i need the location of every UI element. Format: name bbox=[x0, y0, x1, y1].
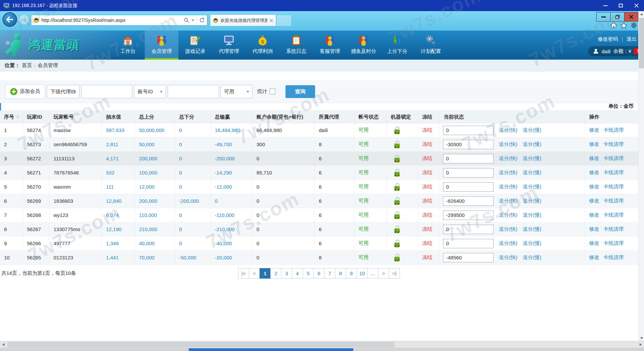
add-member-button[interactable]: 添加会员 bbox=[5, 84, 45, 99]
edit-link[interactable]: 修改 bbox=[589, 127, 599, 133]
freeze-link[interactable]: 冻结 bbox=[418, 222, 440, 236]
new-tab-stub[interactable] bbox=[277, 15, 291, 26]
search-button[interactable]: 查询 bbox=[285, 85, 315, 98]
clear-line-link[interactable]: 卡线清理 bbox=[603, 240, 623, 247]
page-button[interactable]: >| bbox=[389, 268, 400, 279]
machine-lock-icon[interactable] bbox=[387, 180, 418, 194]
page-button[interactable]: > bbox=[378, 268, 389, 279]
horizontal-scroll-thumb[interactable] bbox=[7, 342, 395, 347]
logout-link[interactable]: 退出 bbox=[626, 36, 637, 42]
nav-item-moneybag[interactable]: $代理利润 bbox=[246, 31, 279, 60]
freeze-link[interactable]: 冻结 bbox=[418, 194, 440, 208]
machine-lock-icon[interactable] bbox=[387, 152, 418, 165]
current-state-input[interactable] bbox=[443, 225, 494, 234]
clear-line-link[interactable]: 卡线清理 bbox=[603, 212, 623, 218]
column-header[interactable]: 抽水值 bbox=[102, 111, 135, 123]
nav-item-log[interactable]: 系统日志 bbox=[279, 31, 313, 60]
current-state-input[interactable] bbox=[443, 196, 494, 206]
freeze-link[interactable]: 冻结 bbox=[418, 251, 440, 264]
edit-link[interactable]: 修改 bbox=[589, 254, 599, 261]
change-password-link[interactable]: 修改密码 bbox=[598, 36, 618, 42]
edit-link[interactable]: 修改 bbox=[589, 184, 599, 190]
vertical-scrollbar[interactable] bbox=[638, 11, 644, 341]
current-state-input[interactable] bbox=[443, 211, 494, 220]
page-button[interactable]: 3 bbox=[281, 268, 292, 279]
current-state-input[interactable] bbox=[443, 239, 494, 248]
page-button[interactable]: 10 bbox=[357, 268, 368, 279]
send-points-fast-link[interactable]: 送分(快) bbox=[499, 169, 517, 176]
current-state-input[interactable] bbox=[443, 126, 494, 135]
page-button[interactable]: |< bbox=[238, 268, 249, 279]
column-header[interactable]: 总上分 bbox=[135, 111, 175, 123]
send-points-fast-link[interactable]: 送分(快) bbox=[499, 212, 517, 218]
current-state-input[interactable] bbox=[443, 253, 494, 262]
column-header[interactable]: 账户余额(背包+银行) bbox=[252, 111, 315, 123]
nav-item-home[interactable]: 工作台 bbox=[111, 31, 145, 60]
send-points-slow-link[interactable]: 送分(慢) bbox=[523, 198, 541, 204]
send-points-slow-link[interactable]: 送分(慢) bbox=[523, 127, 541, 133]
send-points-slow-link[interactable]: 送分(慢) bbox=[523, 141, 541, 148]
scroll-left-arrow[interactable] bbox=[0, 341, 7, 348]
browser-minimize-button[interactable] bbox=[597, 12, 610, 21]
send-points-fast-link[interactable]: 送分(快) bbox=[499, 127, 517, 133]
edit-link[interactable]: 修改 bbox=[589, 169, 599, 176]
browser-restore-button[interactable] bbox=[610, 12, 624, 21]
edit-link[interactable]: 修改 bbox=[589, 155, 599, 162]
account-id-input[interactable] bbox=[168, 85, 219, 98]
horizontal-scrollbar[interactable] bbox=[0, 341, 644, 348]
machine-lock-icon[interactable] bbox=[387, 251, 418, 264]
send-points-fast-link[interactable]: 送分(快) bbox=[499, 254, 517, 261]
nav-item-fishing[interactable]: 捕鱼及时分 bbox=[347, 31, 380, 60]
machine-lock-icon[interactable] bbox=[387, 194, 418, 208]
current-state-input[interactable] bbox=[443, 154, 494, 163]
current-state-input[interactable] bbox=[443, 140, 494, 149]
edit-link[interactable]: 修改 bbox=[589, 198, 599, 204]
scroll-up-arrow[interactable] bbox=[639, 11, 644, 17]
page-button[interactable]: 2 bbox=[270, 268, 281, 279]
clear-line-link[interactable]: 卡线清理 bbox=[603, 169, 623, 176]
freeze-link[interactable]: 冻结 bbox=[418, 236, 440, 250]
tab-close-icon[interactable] bbox=[270, 19, 273, 22]
freeze-link[interactable]: 冻结 bbox=[418, 180, 440, 194]
rdp-minimize-button[interactable] bbox=[598, 0, 613, 11]
machine-lock-icon[interactable] bbox=[387, 123, 418, 137]
freeze-link[interactable]: 冻结 bbox=[418, 152, 440, 165]
send-points-fast-link[interactable]: 送分(快) bbox=[499, 198, 517, 204]
agent-id-input[interactable] bbox=[81, 85, 132, 98]
edit-link[interactable]: 修改 bbox=[589, 212, 599, 218]
agent-id-select[interactable]: 下级代理ID bbox=[47, 85, 79, 98]
send-points-slow-link[interactable]: 送分(慢) bbox=[523, 184, 541, 190]
send-points-slow-link[interactable]: 送分(慢) bbox=[523, 226, 541, 232]
current-state-input[interactable] bbox=[443, 182, 494, 192]
search-dropdown-caret[interactable] bbox=[192, 20, 194, 21]
nav-item-service[interactable]: 客服管理 bbox=[313, 31, 347, 60]
nav-item-gears[interactable]: 计划配置 bbox=[414, 31, 448, 60]
clear-line-link[interactable]: 卡线清理 bbox=[603, 141, 623, 148]
page-button[interactable]: 5 bbox=[303, 268, 314, 279]
back-button[interactable] bbox=[2, 12, 17, 27]
nav-item-monitor[interactable]: 代理管理 bbox=[212, 31, 246, 60]
breadcrumb-home-link[interactable]: 首页 bbox=[22, 62, 32, 69]
machine-lock-icon[interactable] bbox=[387, 166, 418, 180]
rdp-maximize-button[interactable] bbox=[613, 0, 629, 11]
send-points-fast-link[interactable]: 送分(快) bbox=[499, 155, 517, 162]
send-points-fast-link[interactable]: 送分(快) bbox=[499, 226, 517, 232]
scroll-right-arrow[interactable] bbox=[637, 341, 644, 348]
machine-lock-icon[interactable] bbox=[387, 236, 418, 250]
freeze-link[interactable]: 冻结 bbox=[418, 166, 440, 180]
send-points-slow-link[interactable]: 送分(慢) bbox=[523, 155, 541, 162]
send-points-slow-link[interactable]: 送分(慢) bbox=[523, 240, 541, 247]
send-points-slow-link[interactable]: 送分(慢) bbox=[523, 254, 541, 261]
send-points-slow-link[interactable]: 送分(慢) bbox=[523, 169, 541, 176]
edit-link[interactable]: 修改 bbox=[589, 226, 599, 232]
settings-gear-icon[interactable] bbox=[631, 22, 637, 29]
page-button[interactable]: 6 bbox=[313, 268, 325, 279]
clear-line-link[interactable]: 卡线清理 bbox=[603, 198, 623, 204]
edit-link[interactable]: 修改 bbox=[589, 240, 599, 247]
clear-line-link[interactable]: 卡线清理 bbox=[603, 155, 623, 162]
page-button-current[interactable]: 1 bbox=[260, 268, 271, 279]
clear-line-link[interactable]: 卡线清理 bbox=[603, 127, 623, 133]
clear-line-link[interactable]: 卡线清理 bbox=[603, 254, 623, 261]
clear-line-link[interactable]: 卡线清理 bbox=[603, 226, 623, 232]
clear-line-link[interactable]: 卡线清理 bbox=[603, 184, 623, 190]
